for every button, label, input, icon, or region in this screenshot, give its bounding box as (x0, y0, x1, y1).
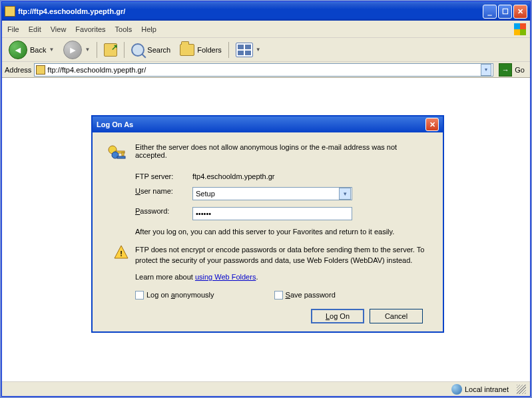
learn-more-text: Learn more about using Web Folders. (135, 272, 429, 282)
svg-rect-2 (122, 152, 124, 156)
dialog-close-button[interactable]: ✕ (425, 118, 439, 131)
views-icon (236, 43, 253, 57)
menu-tools[interactable]: Tools (115, 25, 133, 33)
window-title: ftp://ftp4.eschooldm.ypepth.gr/ (18, 7, 125, 15)
separator (228, 42, 229, 58)
content-area: Log On As ✕ Either the server does not a… (2, 78, 530, 381)
checkbox-icon (135, 291, 144, 299)
folders-button[interactable]: Folders (177, 43, 224, 57)
menubar: File Edit View Favorites Tools Help (2, 21, 530, 38)
menu-help[interactable]: Help (141, 25, 156, 33)
separator (124, 42, 125, 58)
menu-favorites[interactable]: Favorites (75, 25, 105, 33)
server-label: FTP server: (135, 172, 192, 180)
checkbox-icon (274, 291, 283, 299)
addressbar: Address ftp://ftp4.eschooldm.ypepth.gr/ … (2, 62, 530, 78)
menu-file[interactable]: File (7, 25, 19, 33)
maximize-button[interactable]: ☐ (498, 5, 512, 19)
dialog-message: Either the server does not allow anonymo… (135, 143, 429, 159)
after-logon-text: After you log on, you can add this serve… (135, 227, 429, 237)
warning-text: FTP does not encrypt or encode passwords… (135, 245, 429, 266)
folders-icon (180, 44, 194, 56)
go-arrow-icon: → (499, 63, 512, 77)
back-button[interactable]: ◄ Back ▼ (6, 39, 57, 61)
minimize-button[interactable]: ‗ (483, 5, 497, 19)
up-button[interactable] (101, 42, 120, 58)
menu-edit[interactable]: Edit (29, 25, 41, 33)
logon-dialog: Log On As ✕ Either the server does not a… (91, 115, 444, 333)
svg-rect-4 (117, 156, 125, 158)
toolbar: ◄ Back ▼ ► ▼ Search Folders ▼ (2, 38, 530, 62)
explorer-window: ftp://ftp4.eschooldm.ypepth.gr/ ‗ ☐ ✕ Fi… (1, 1, 531, 397)
username-input[interactable]: Setup (192, 187, 352, 200)
username-label: User name: (135, 187, 192, 200)
warning-icon: ! (114, 245, 129, 260)
dialog-title: Log On As (97, 120, 133, 128)
folder-up-icon (104, 43, 117, 57)
address-dropdown-icon[interactable]: ▾ (481, 64, 491, 76)
zone-icon (451, 384, 462, 395)
password-label: Password: (135, 207, 192, 220)
password-input[interactable]: •••••• (192, 207, 352, 220)
statusbar: Local intranet (2, 381, 530, 396)
chevron-down-icon: ▼ (256, 47, 261, 53)
cancel-button[interactable]: Cancel (370, 309, 423, 323)
keys-icon (106, 143, 127, 164)
server-value: ftp4.eschooldm.ypepth.gr (192, 172, 275, 180)
logon-button[interactable]: Log On (311, 309, 364, 323)
titlebar: ftp://ftp4.eschooldm.ypepth.gr/ ‗ ☐ ✕ (2, 2, 530, 21)
save-password-checkbox[interactable]: Save password (274, 291, 336, 299)
chevron-down-icon: ▼ (49, 47, 54, 53)
go-button[interactable]: → Go (496, 62, 527, 78)
web-folders-link[interactable]: using Web Folders (195, 273, 256, 281)
separator (97, 42, 97, 58)
chevron-down-icon: ▼ (85, 47, 90, 53)
anonymous-checkbox[interactable]: Log on anonymously (135, 291, 214, 299)
address-label: Address (5, 66, 31, 74)
back-arrow-icon: ◄ (9, 41, 27, 59)
app-icon (5, 6, 15, 17)
forward-button[interactable]: ► ▼ (61, 39, 93, 61)
windows-logo-icon (514, 23, 526, 35)
address-input[interactable]: ftp://ftp4.eschooldm.ypepth.gr/ ▾ (34, 63, 493, 77)
close-button[interactable]: ✕ (513, 5, 527, 19)
search-icon (131, 43, 144, 57)
zone-text: Local intranet (465, 385, 509, 393)
search-button[interactable]: Search (129, 42, 173, 58)
views-button[interactable]: ▼ (233, 41, 264, 59)
svg-text:!: ! (120, 250, 123, 258)
ftp-site-icon (36, 65, 45, 75)
forward-arrow-icon: ► (63, 41, 82, 59)
resize-grip-icon[interactable] (517, 385, 526, 394)
address-value: ftp://ftp4.eschooldm.ypepth.gr/ (47, 66, 146, 74)
dialog-titlebar: Log On As ✕ (93, 116, 443, 132)
menu-view[interactable]: View (51, 25, 67, 33)
